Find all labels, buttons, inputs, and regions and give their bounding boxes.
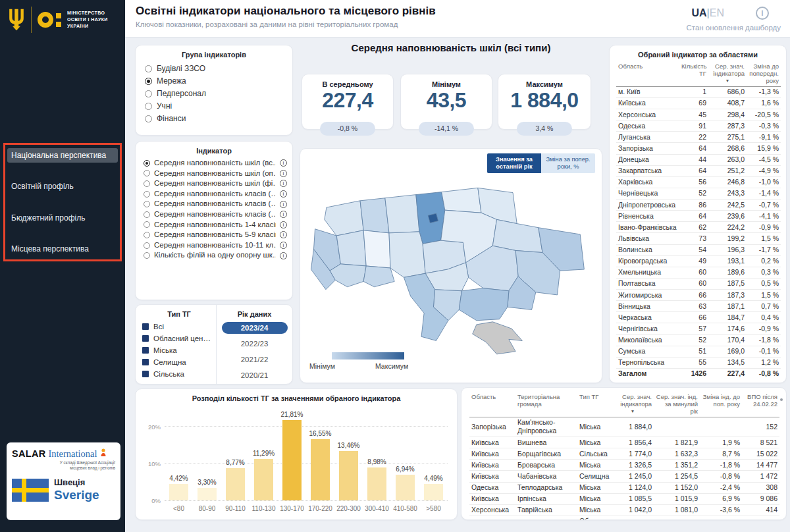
radio-option[interactable]: Середня наповнюваність класів (…i (144, 189, 287, 200)
table-row[interactable]: м. Київ1686,0-1,3 % (616, 86, 781, 97)
table-row[interactable]: КиївськаІрпінськаМіська1 085,51 015,96,9… (469, 493, 779, 504)
radio-option[interactable]: Будівлі ЗЗСО (145, 63, 292, 75)
region-khmelnytskyi[interactable] (363, 230, 390, 268)
radio-icon[interactable] (144, 242, 150, 249)
checkbox-option[interactable]: Обласний цен… (142, 332, 216, 344)
table-row[interactable]: КиївськаЧабанівськаСелищна1 245,01 254,5… (469, 471, 779, 482)
table-row[interactable]: Тернопільська55134,51,2 % (616, 357, 781, 368)
table-row[interactable]: Миколаївська52170,4-1,8 % (616, 334, 781, 346)
sidebar-nav-item[interactable]: Освітній профіль (7, 179, 118, 194)
radio-icon[interactable] (144, 232, 150, 238)
bar[interactable] (311, 439, 330, 500)
checkbox-checked-icon[interactable] (142, 359, 149, 365)
region-crimea[interactable] (473, 322, 523, 354)
bar[interactable] (169, 484, 188, 500)
radio-option[interactable]: Середня наповнюваність класів (…i (144, 209, 287, 220)
region-ivano-frankivsk[interactable] (330, 264, 366, 287)
table-row[interactable]: Чернігівська57174,6-0,9 % (616, 323, 781, 334)
column-header[interactable]: Зміна до попередн. року (747, 61, 781, 86)
language-switcher[interactable]: UA|EN (692, 7, 725, 19)
radio-option[interactable]: Кількість філій на одну опорну шк…i (144, 250, 287, 261)
table-row[interactable]: КиївськаБорщагівськаСільська1 774,01 632… (469, 448, 779, 460)
table-row[interactable]: Івано-Франківська62224,2-0,9 % (616, 222, 781, 233)
info-icon[interactable]: i (756, 7, 769, 20)
map-toggle-change[interactable]: Зміна за попер. роки, % (541, 153, 595, 173)
table-row[interactable]: Харківська56246,8-1,0 % (616, 176, 781, 188)
radio-icon[interactable] (144, 180, 150, 187)
column-header[interactable]: Сер. знач. інд. за минулий рік (654, 392, 700, 417)
table-row[interactable]: Черкаська66184,70,4 % (616, 312, 781, 323)
radio-option[interactable]: Фінанси (145, 113, 292, 125)
column-header[interactable]: Територіальна громада (515, 392, 577, 417)
column-header[interactable]: Зміна інд. до поп. року (700, 392, 742, 417)
region-vinnytsia[interactable] (389, 232, 425, 278)
region-zhytomyr[interactable] (385, 195, 419, 233)
radio-option[interactable]: Педперсонал (145, 88, 292, 100)
radio-icon[interactable] (144, 191, 150, 198)
table-row[interactable]: Полтавська60187,50,5 % (616, 278, 781, 289)
bar[interactable] (367, 467, 386, 500)
bar[interactable] (424, 484, 443, 500)
bar[interactable] (198, 488, 217, 500)
lang-en[interactable]: EN (710, 7, 724, 18)
column-header[interactable]: Тип ТГ (577, 392, 612, 417)
checkbox-checked-icon[interactable] (142, 323, 149, 330)
radio-option[interactable]: Середня наповнюваність класів (…i (144, 199, 287, 209)
table-row[interactable]: Волинська54196,3-1,7 % (616, 244, 781, 255)
radio-option[interactable]: Середня наповнюваність шкіл (оп…i (144, 169, 287, 179)
info-icon[interactable]: i (280, 211, 287, 218)
table-row[interactable]: Кіровоградська49193,10,2 % (616, 255, 781, 267)
bar[interactable] (396, 475, 415, 500)
region-volyn[interactable] (325, 201, 363, 236)
region-ternopil[interactable] (336, 230, 366, 266)
radio-icon[interactable] (145, 103, 152, 110)
region-chernivtsi[interactable] (363, 266, 394, 287)
radio-icon[interactable] (144, 170, 150, 176)
table-row[interactable]: Запорізька64268,615,9 % (616, 143, 781, 154)
region-kherson[interactable] (459, 288, 509, 321)
radio-option[interactable]: Середня наповнюваність шкіл (фі…i (144, 178, 287, 189)
radio-option[interactable]: Середня наповнюваність 5-9 класівi (144, 230, 287, 240)
radio-selected-icon[interactable] (145, 78, 152, 85)
column-header[interactable]: Область (469, 392, 515, 417)
column-header[interactable]: Кількість ТГ (679, 61, 708, 86)
info-icon[interactable]: i (280, 252, 287, 259)
table-row[interactable]: КиївськаБроварськаМіська1 326,51 351,2-1… (469, 460, 779, 471)
radio-option[interactable]: Середня наповнюваність 10-11 кл…i (144, 240, 287, 251)
radio-option[interactable]: Учні (145, 100, 292, 113)
table-row[interactable]: ВінницькаВінницькаОбл. центр1 031,21 031… (469, 516, 779, 520)
update-status-link[interactable]: Стан оновлення дашборду (686, 24, 781, 32)
radio-option[interactable]: Середня наповнюваність 1-4 класівi (144, 220, 287, 230)
info-icon[interactable]: i (280, 201, 287, 208)
table-row[interactable]: Чернівецька52243,3-1,4 % (616, 188, 781, 199)
column-header[interactable]: Сер. знач. індикатора▼ (708, 61, 747, 86)
region-chernihiv[interactable] (442, 188, 481, 213)
radio-icon[interactable] (144, 201, 150, 207)
radio-selected-icon[interactable] (144, 160, 150, 167)
checkbox-option[interactable]: Всі (142, 321, 216, 332)
table-row[interactable]: КиївськаВишневаМіська1 856,41 821,91,9 %… (469, 437, 779, 448)
table-row[interactable]: Сумська51169,0-0,1 % (616, 346, 781, 357)
year-button[interactable]: 2020/21 (222, 369, 288, 381)
table-row[interactable]: Закарпатська64251,2-4,9 % (616, 165, 781, 176)
radio-icon[interactable] (145, 90, 152, 97)
oblast-table-header[interactable]: ОбластьКількість ТГСер. знач. індикатора… (616, 61, 781, 86)
lang-ua[interactable]: UA (692, 7, 707, 18)
table-row[interactable]: Львівська73199,21,5 % (616, 233, 781, 244)
sidebar-nav-item[interactable]: Національна перспектива (7, 148, 118, 163)
checkbox-option[interactable]: Міська (142, 344, 216, 356)
table-row[interactable]: Дніпропетровська86242,5-0,7 % (616, 200, 781, 211)
table-row[interactable]: Донецька44263,0-4,5 % (616, 154, 781, 165)
bar[interactable] (339, 451, 358, 500)
table-row[interactable]: Вінницька63187,10,7 % (616, 301, 781, 312)
tg-table-header[interactable]: ОбластьТериторіальна громадаТип ТГСер. з… (469, 392, 779, 417)
info-icon[interactable]: i (280, 159, 287, 167)
radio-icon[interactable] (144, 252, 150, 259)
table-row[interactable]: ОдеськаТеплодарськаМіська1 124,01 152,0-… (469, 482, 779, 493)
bar[interactable] (226, 468, 245, 500)
table-row[interactable]: ЗапорізькаКам'янсько-ДніпровськаМіська1 … (469, 417, 779, 437)
region-rivne[interactable] (360, 198, 389, 233)
info-icon[interactable]: i (280, 170, 287, 177)
table-row[interactable]: ХерсонськаТаврійськаМіська1 042,01 081,0… (469, 504, 779, 516)
column-header[interactable]: Сер. знач. індикатора▼ (612, 392, 654, 417)
